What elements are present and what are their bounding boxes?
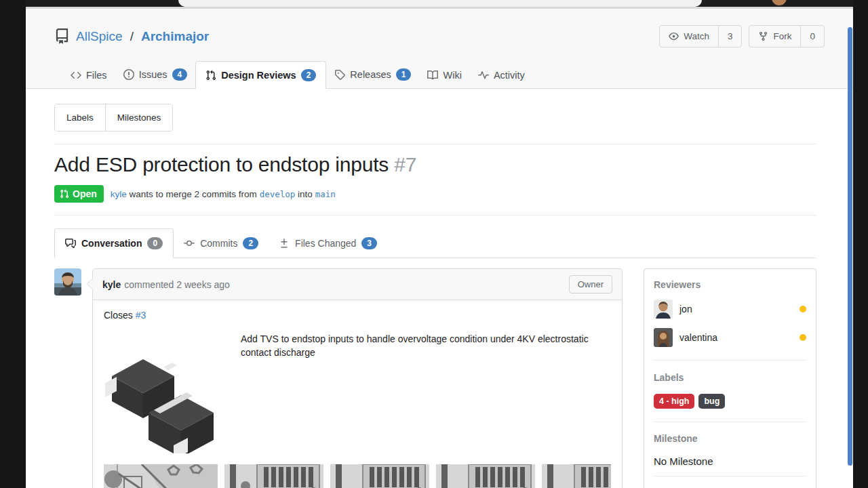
merge-sentence: kyle wants to merge 2 commits from devel… bbox=[111, 189, 336, 199]
milestone-value: No Milestone bbox=[654, 455, 806, 467]
tab-conversation[interactable]: Conversation 0 bbox=[54, 228, 174, 258]
design-reviews-count-badge: 2 bbox=[301, 69, 317, 81]
pcb-connector-thumbnail[interactable] bbox=[330, 464, 429, 488]
tab-files-changed[interactable]: Files Changed 3 bbox=[269, 229, 387, 258]
fork-icon bbox=[758, 31, 768, 41]
to-branch-link[interactable]: main bbox=[315, 189, 336, 199]
tab-wiki[interactable]: Wiki bbox=[419, 62, 469, 88]
watch-count[interactable]: 3 bbox=[718, 26, 742, 47]
merge-sentence-text: wants to merge 2 commits from bbox=[130, 189, 257, 199]
owner-badge: Owner bbox=[569, 275, 612, 293]
files-changed-count-badge: 3 bbox=[361, 237, 377, 249]
eye-icon bbox=[669, 31, 679, 41]
sidebar-divider bbox=[654, 422, 806, 422]
tab-design-reviews-label: Design Reviews bbox=[221, 70, 296, 81]
diff-icon bbox=[279, 238, 290, 249]
comment-body: Closes #3 bbox=[93, 300, 622, 488]
comment-text: Add TVS to endstop inputs to handle over… bbox=[241, 332, 591, 453]
avatar-valentina bbox=[654, 328, 673, 347]
labels-row: 4 - high bug bbox=[654, 394, 806, 409]
closes-line: Closes #3 bbox=[104, 310, 611, 321]
browser-search-bar[interactable] bbox=[178, 0, 702, 7]
tab-releases[interactable]: Releases 1 bbox=[326, 61, 419, 88]
label-badge[interactable]: bug bbox=[698, 394, 725, 409]
fork-count[interactable]: 0 bbox=[800, 26, 824, 47]
reviewers-heading: Reviewers bbox=[654, 279, 806, 290]
label-badge[interactable]: 4 - high bbox=[654, 394, 694, 409]
status-badge: Open bbox=[54, 185, 104, 203]
watch-label: Watch bbox=[684, 31, 709, 41]
tab-wiki-label: Wiki bbox=[443, 70, 461, 81]
browser-avatar[interactable] bbox=[772, 0, 787, 5]
conversation-count-badge: 0 bbox=[147, 237, 163, 249]
avatar-kyle-image bbox=[54, 268, 81, 296]
tab-issues-label: Issues bbox=[139, 69, 167, 80]
comment: kyle commented 2 weeks ago Owner Closes … bbox=[54, 268, 623, 488]
closes-label: Closes bbox=[104, 310, 133, 321]
issue-sidebar: Reviewers jon bbox=[644, 268, 816, 488]
comment-timestamp[interactable]: 2 weeks ago bbox=[176, 279, 230, 290]
comment-author[interactable]: kyle bbox=[102, 279, 121, 290]
page-scrollbar[interactable] bbox=[848, 27, 852, 466]
pr-status-row: Open kyle wants to merge 2 commits from … bbox=[54, 185, 816, 203]
from-branch-link[interactable]: develop bbox=[260, 189, 296, 199]
browser-chrome-strip bbox=[26, 0, 853, 9]
pcb-connector-thumbnail[interactable] bbox=[224, 464, 323, 488]
milestones-button[interactable]: Milestones bbox=[105, 104, 173, 131]
issues-count-badge: 4 bbox=[172, 68, 188, 81]
reviewer-name[interactable]: jon bbox=[679, 304, 692, 314]
reviewer-name[interactable]: valentina bbox=[679, 332, 717, 343]
tab-commits-label: Commits bbox=[200, 238, 237, 249]
pr-number: #7 bbox=[394, 153, 416, 176]
pcb-connector-thumbnail[interactable] bbox=[542, 464, 611, 488]
pcb-connector-thumbnail[interactable] bbox=[436, 464, 535, 488]
page-title: Add ESD protection to endstop inputs #7 bbox=[54, 153, 816, 176]
tab-activity[interactable]: Activity bbox=[470, 62, 533, 88]
pr-title-text: Add ESD protection to endstop inputs bbox=[54, 153, 389, 176]
issue-subnav: Labels Milestones bbox=[54, 104, 173, 131]
reviewer-row[interactable]: jon bbox=[654, 300, 806, 319]
pending-review-dot bbox=[800, 334, 806, 341]
tab-commits[interactable]: Commits 2 bbox=[174, 229, 269, 258]
watch-button[interactable]: Watch 3 bbox=[659, 25, 742, 47]
labels-button[interactable]: Labels bbox=[55, 104, 105, 131]
book-icon bbox=[427, 70, 438, 81]
tvs-diode-image[interactable] bbox=[104, 337, 237, 453]
breadcrumb-repo-link[interactable]: Archimajor bbox=[141, 29, 209, 44]
tab-design-reviews[interactable]: Design Reviews 2 bbox=[195, 61, 326, 89]
code-icon bbox=[71, 70, 81, 81]
sidebar-divider bbox=[654, 476, 806, 476]
pull-request-icon bbox=[205, 70, 216, 81]
tab-activity-label: Activity bbox=[494, 70, 525, 81]
repo-tabs: Files Issues 4 Design Reviews 2 Releases… bbox=[54, 61, 825, 88]
pending-review-dot bbox=[800, 306, 806, 312]
tab-issues[interactable]: Issues 4 bbox=[115, 61, 196, 88]
comment-card: kyle commented 2 weeks ago Owner Closes … bbox=[92, 268, 623, 488]
app-window: AllSpice / Archimajor Watch 3 Fork bbox=[26, 0, 853, 488]
issue-ref-link[interactable]: #3 bbox=[136, 310, 146, 321]
attachment-thumbnails bbox=[104, 464, 611, 488]
comment-action: commented bbox=[124, 279, 174, 290]
conversation-column: kyle commented 2 weeks ago Owner Closes … bbox=[54, 268, 623, 488]
tab-conversation-label: Conversation bbox=[81, 238, 142, 249]
breadcrumb-owner-link[interactable]: AllSpice bbox=[76, 29, 123, 44]
milestone-heading: Milestone bbox=[654, 433, 806, 444]
avatar-jon bbox=[654, 300, 673, 319]
releases-count-badge: 1 bbox=[396, 68, 412, 81]
breadcrumb: AllSpice / Archimajor bbox=[54, 28, 209, 44]
repo-icon bbox=[54, 28, 70, 44]
avatar-kyle[interactable] bbox=[54, 268, 81, 296]
status-badge-label: Open bbox=[73, 188, 97, 199]
issue-icon bbox=[123, 69, 134, 80]
tab-files[interactable]: Files bbox=[62, 62, 115, 88]
fork-button[interactable]: Fork 0 bbox=[749, 25, 825, 47]
comment-icon bbox=[65, 238, 76, 249]
author-link[interactable]: kyle bbox=[111, 189, 127, 199]
main-content: Labels Milestones Add ESD protection to … bbox=[26, 89, 853, 488]
commit-icon bbox=[184, 238, 195, 249]
reviewer-row[interactable]: valentina bbox=[654, 328, 806, 347]
comment-header: kyle commented 2 weeks ago Owner bbox=[93, 269, 622, 300]
fork-label: Fork bbox=[773, 31, 791, 41]
repo-header: AllSpice / Archimajor Watch 3 Fork bbox=[26, 9, 853, 89]
pcb-layout-thumbnail[interactable] bbox=[104, 464, 218, 488]
